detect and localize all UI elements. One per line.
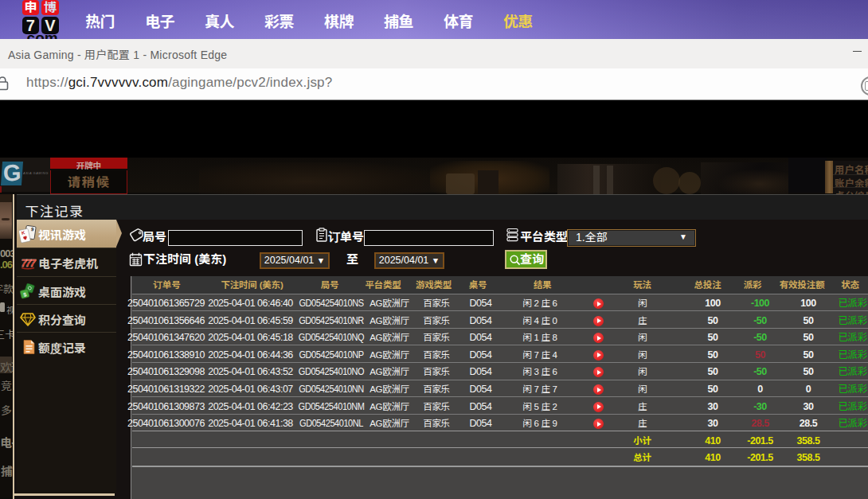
svg-text:777: 777 [21, 257, 36, 269]
